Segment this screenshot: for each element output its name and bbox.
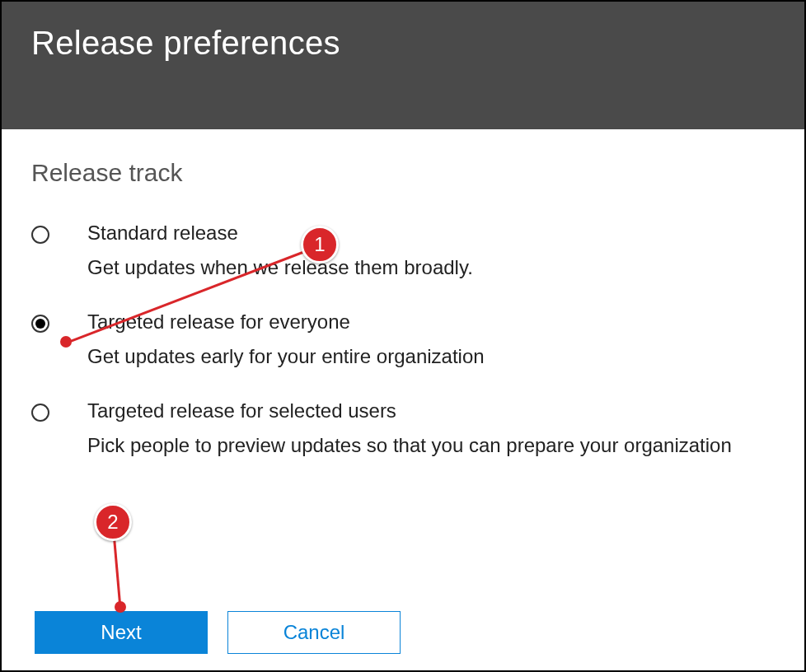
- annotation-badge: 1: [301, 226, 339, 264]
- release-track-options: Standard release Get updates when we rel…: [31, 222, 775, 457]
- dialog-header: Release preferences: [2, 2, 804, 129]
- option-label: Targeted release for selected users: [87, 399, 775, 422]
- dialog-title: Release preferences: [31, 25, 775, 62]
- option-description: Get updates early for your entire organi…: [87, 345, 775, 368]
- annotation-endpoint-dot: [115, 601, 126, 613]
- option-description: Get updates when we release them broadly…: [87, 256, 775, 279]
- dialog-body: Release track Standard release Get updat…: [2, 129, 804, 505]
- option-description: Pick people to preview updates so that y…: [87, 434, 775, 457]
- section-title: Release track: [31, 159, 775, 187]
- annotation-badge: 2: [94, 503, 132, 541]
- option-targeted-everyone[interactable]: Targeted release for everyone Get update…: [31, 310, 775, 368]
- dialog-buttons: Next Cancel: [35, 611, 401, 654]
- option-label: Standard release: [87, 222, 775, 245]
- option-standard-release[interactable]: Standard release Get updates when we rel…: [31, 222, 775, 279]
- next-button[interactable]: Next: [35, 611, 208, 654]
- radio-standard-release[interactable]: [31, 226, 49, 244]
- annotation-endpoint-dot: [60, 336, 72, 348]
- cancel-button[interactable]: Cancel: [227, 611, 401, 654]
- option-text: Targeted release for everyone Get update…: [87, 310, 775, 368]
- option-label: Targeted release for everyone: [87, 310, 775, 334]
- radio-targeted-selected[interactable]: [31, 404, 49, 422]
- option-text: Targeted release for selected users Pick…: [87, 399, 775, 457]
- option-text: Standard release Get updates when we rel…: [87, 222, 775, 279]
- radio-targeted-everyone[interactable]: [31, 315, 49, 333]
- option-targeted-selected[interactable]: Targeted release for selected users Pick…: [31, 399, 775, 457]
